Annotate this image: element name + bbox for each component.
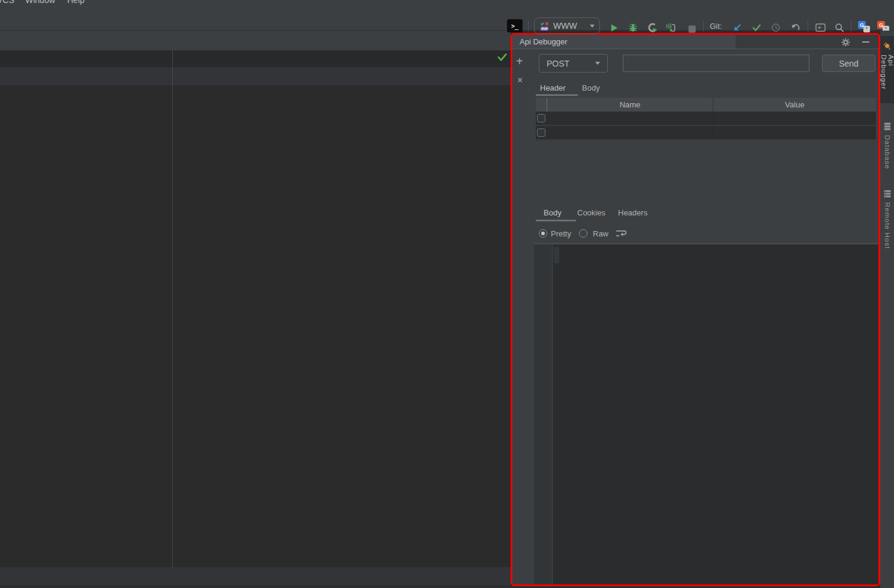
row-enabled-checkbox[interactable]: [537, 114, 545, 122]
stripe-button-api-debugger[interactable]: Api Debugger: [880, 36, 894, 103]
tab-response-cookies[interactable]: Cookies: [577, 208, 605, 217]
plug-icon: [882, 41, 892, 51]
checkbox-column-header: [536, 98, 547, 112]
api-debugger-panel: Api Debugger + ×: [511, 33, 880, 586]
remote-host-icon: [883, 189, 892, 199]
pretty-label[interactable]: Pretty: [551, 229, 571, 238]
tool-window-stripe: Api Debugger Database: [880, 31, 894, 588]
gear-icon[interactable]: [840, 37, 851, 47]
table-row[interactable]: [536, 126, 876, 140]
history-clock-icon: [769, 21, 782, 34]
hide-panel-icon[interactable]: [860, 37, 871, 47]
pretty-radio[interactable]: [539, 229, 547, 238]
table-row[interactable]: [536, 112, 876, 126]
chevron-down-icon: [590, 25, 595, 28]
stripe-label: Api Debugger: [880, 55, 894, 103]
toolbar-separator: [703, 20, 704, 31]
toolbar-separator: [808, 20, 808, 31]
menu-bar: VCS Window Help: [0, 0, 894, 6]
run-config-label: WWW: [553, 21, 586, 31]
menu-vcs-label: VCS: [0, 0, 14, 5]
toolbar-separator: [851, 20, 851, 31]
debug-button[interactable]: [626, 21, 640, 34]
stripe-button-remote-host[interactable]: Remote Host: [880, 189, 894, 255]
database-icon: [883, 122, 892, 131]
svg-text:G: G: [879, 22, 883, 28]
caret-line-highlight: [554, 247, 559, 263]
column-header-value: Value: [713, 98, 876, 112]
svg-text:G: G: [860, 22, 864, 28]
tab-response-headers[interactable]: Headers: [618, 208, 647, 217]
rollback-button[interactable]: [788, 21, 802, 34]
stripe-label: Database: [884, 135, 891, 169]
row-value-cell[interactable]: [713, 126, 876, 139]
right-margin-guide: [172, 50, 173, 567]
editor-first-line: [0, 50, 511, 67]
row-enabled-checkbox[interactable]: [537, 128, 545, 137]
response-editor[interactable]: [534, 245, 878, 584]
run-button[interactable]: [607, 21, 620, 34]
row-name-cell[interactable]: [547, 126, 713, 139]
raw-label[interactable]: Raw: [593, 229, 608, 238]
url-input[interactable]: [623, 55, 809, 72]
chevron-down-icon: [595, 62, 600, 65]
run-with-coverage-button[interactable]: [646, 21, 659, 34]
http-method-value: POST: [547, 59, 595, 68]
close-icon[interactable]: ×: [517, 76, 523, 85]
editor-bottom-band: [0, 567, 511, 585]
tab-underline: [536, 220, 576, 221]
tab-response-body[interactable]: Body: [544, 208, 562, 217]
toolbar-separator: [528, 20, 529, 31]
editor-gutter: [534, 245, 553, 584]
table-header-row: Name Value: [536, 98, 876, 112]
search-everywhere-button[interactable]: [833, 21, 846, 34]
panel-title: Api Debugger: [520, 37, 568, 46]
tab-request-body[interactable]: Body: [582, 83, 600, 92]
send-button[interactable]: Send: [822, 55, 875, 72]
request-headers-table: Name Value: [536, 98, 876, 140]
main-toolbar: >_ PHP WWW: [0, 6, 894, 31]
git-label: Git:: [710, 22, 722, 31]
git-commit-button[interactable]: [750, 21, 763, 34]
translate-blue-icon[interactable]: G *: [857, 20, 871, 34]
panel-header[interactable]: Api Debugger: [512, 35, 878, 49]
stripe-label: Remote Host: [884, 202, 891, 249]
column-header-name: Name: [547, 98, 713, 112]
editor-area[interactable]: [0, 50, 511, 567]
row-name-cell[interactable]: [547, 112, 713, 125]
soft-wrap-icon[interactable]: [616, 229, 627, 238]
radio-dot: [541, 232, 545, 235]
run-anything-button[interactable]: [814, 21, 827, 34]
tab-underline: [536, 94, 578, 96]
menu-vcs[interactable]: VCS: [0, 0, 14, 5]
row-value-cell[interactable]: [713, 112, 876, 125]
run-configuration-select[interactable]: PHP WWW: [534, 17, 600, 34]
http-method-select[interactable]: POST: [539, 54, 608, 73]
add-icon[interactable]: +: [516, 55, 523, 67]
separator: [534, 243, 878, 244]
ide-window: VCS Window Help >_ PHP WWW: [0, 0, 894, 588]
profiler-button[interactable]: [664, 21, 677, 34]
terminal-icon[interactable]: >_: [507, 19, 523, 32]
raw-radio[interactable]: [579, 229, 587, 238]
caret-line-highlight: [0, 67, 511, 85]
svg-text:PHP: PHP: [541, 26, 548, 30]
editor-tab-strip: [0, 31, 511, 50]
panel-left-toolbar: + ×: [512, 49, 534, 584]
stop-button: [685, 22, 698, 35]
menu-help[interactable]: Help: [67, 0, 85, 5]
stripe-button-database[interactable]: Database: [880, 122, 894, 179]
tab-request-header[interactable]: Header: [540, 83, 566, 92]
menu-window[interactable]: Window: [25, 0, 55, 5]
menu-window-label: Window: [25, 0, 55, 5]
menu-help-label: Help: [67, 0, 85, 5]
php-config-icon: PHP: [539, 21, 550, 31]
inspection-ok-icon: [497, 52, 508, 62]
git-update-button[interactable]: [731, 21, 744, 34]
